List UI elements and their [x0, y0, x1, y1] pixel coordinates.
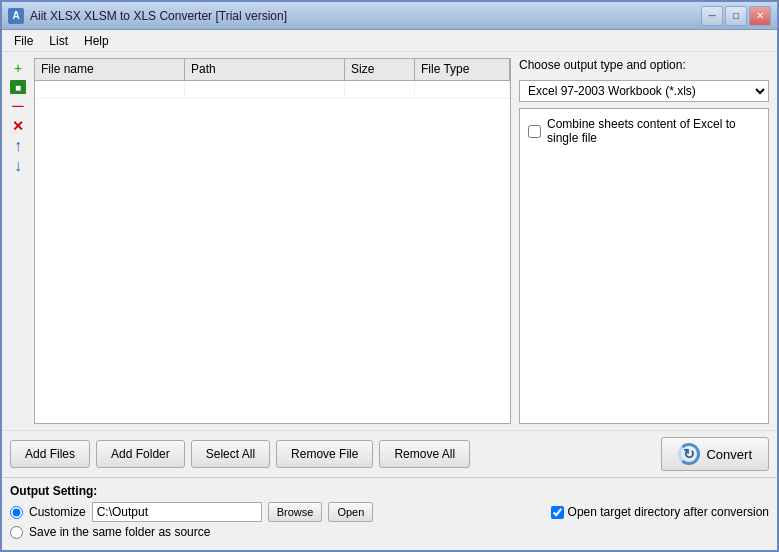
convert-icon: ↻	[678, 443, 700, 465]
window-title: Aiit XLSX XLSM to XLS Converter [Trial v…	[30, 9, 287, 23]
menu-bar: File List Help	[2, 30, 777, 52]
add-files-button[interactable]: Add Files	[10, 440, 90, 468]
combine-sheets-label: Combine sheets content of Excel to singl…	[547, 117, 760, 145]
title-bar: A Aiit XLSX XLSM to XLS Converter [Trial…	[2, 2, 777, 30]
remove-all-button[interactable]: Remove All	[379, 440, 470, 468]
app-icon: A	[8, 8, 24, 24]
add-folder-button[interactable]: Add Folder	[96, 440, 185, 468]
open-dir-check-row: Open target directory after conversion	[551, 505, 769, 519]
column-header-path: Path	[185, 59, 345, 80]
output-settings-label: Output Setting:	[10, 484, 769, 498]
combine-sheets-checkbox[interactable]	[528, 125, 541, 138]
column-header-filename: File name	[35, 59, 185, 80]
move-up-button[interactable]: ↑	[10, 138, 26, 154]
left-toolbar: + ■ ─ ✕ ↑ ↓	[10, 58, 30, 424]
browse-button[interactable]: Browse	[268, 502, 323, 522]
window-controls: ─ □ ✕	[701, 6, 771, 26]
table-header: File name Path Size File Type	[35, 59, 510, 81]
application-window: A Aiit XLSX XLSM to XLS Converter [Trial…	[0, 0, 779, 552]
open-dir-checkbox[interactable]	[551, 506, 564, 519]
minimize-button[interactable]: ─	[701, 6, 723, 26]
left-section: + ■ ─ ✕ ↑ ↓ File name Path Size File Typ…	[10, 58, 511, 424]
output-type-select-wrapper[interactable]: Excel 97-2003 Workbook (*.xls) Excel Wor…	[519, 80, 769, 102]
remove-icon-btn[interactable]: ─	[10, 98, 26, 114]
table-row	[35, 81, 510, 99]
table-panel-area: + ■ ─ ✕ ↑ ↓ File name Path Size File Typ…	[2, 52, 777, 430]
output-path-input[interactable]	[92, 502, 262, 522]
options-box: Combine sheets content of Excel to singl…	[519, 108, 769, 424]
same-folder-label: Save in the same folder as source	[29, 525, 210, 539]
maximize-button[interactable]: □	[725, 6, 747, 26]
convert-label: Convert	[706, 447, 752, 462]
title-bar-left: A Aiit XLSX XLSM to XLS Converter [Trial…	[8, 8, 287, 24]
same-folder-row: Save in the same folder as source	[10, 525, 769, 539]
combine-sheets-row: Combine sheets content of Excel to singl…	[528, 117, 760, 145]
open-dir-label: Open target directory after conversion	[568, 505, 769, 519]
content-area: + ■ ─ ✕ ↑ ↓ File name Path Size File Typ…	[2, 52, 777, 550]
column-header-filetype: File Type	[415, 59, 510, 80]
move-down-button[interactable]: ↓	[10, 158, 26, 174]
select-all-button[interactable]: Select All	[191, 440, 270, 468]
add-folder-icon-btn[interactable]: ■	[10, 80, 26, 94]
customize-radio[interactable]	[10, 506, 23, 519]
menu-file[interactable]: File	[6, 32, 41, 50]
menu-list[interactable]: List	[41, 32, 76, 50]
file-table: File name Path Size File Type	[34, 58, 511, 424]
output-type-label: Choose output type and option:	[519, 58, 769, 72]
customize-label: Customize	[29, 505, 86, 519]
output-settings: Output Setting: Customize Browse Open Op…	[2, 477, 777, 550]
output-type-select[interactable]: Excel 97-2003 Workbook (*.xls) Excel Wor…	[519, 80, 769, 102]
add-file-button[interactable]: +	[10, 60, 26, 76]
same-folder-radio[interactable]	[10, 526, 23, 539]
convert-button[interactable]: ↻ Convert	[661, 437, 769, 471]
bottom-buttons-bar: Add Files Add Folder Select All Remove F…	[2, 430, 777, 477]
close-button[interactable]: ✕	[749, 6, 771, 26]
column-header-size: Size	[345, 59, 415, 80]
clear-icon-btn[interactable]: ✕	[10, 118, 26, 134]
customize-row: Customize Browse Open Open target direct…	[10, 502, 769, 522]
right-panel: Choose output type and option: Excel 97-…	[519, 58, 769, 424]
open-button[interactable]: Open	[328, 502, 373, 522]
remove-file-button[interactable]: Remove File	[276, 440, 373, 468]
menu-help[interactable]: Help	[76, 32, 117, 50]
table-body[interactable]	[35, 81, 510, 423]
